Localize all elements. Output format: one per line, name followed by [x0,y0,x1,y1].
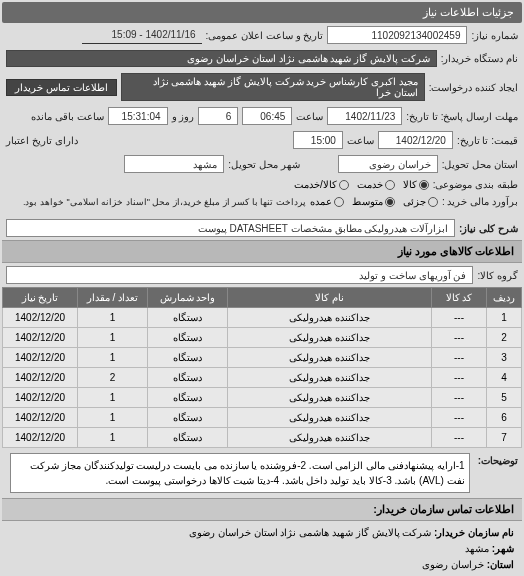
table-cell: 3 [487,348,522,368]
radio-icon [419,180,429,190]
table-cell: 2 [487,328,522,348]
table-row: 2---جداکننده هیدرولیکیدستگاه11402/12/20 [3,328,522,348]
deadline-days: 6 [198,107,238,125]
row-buyer-org: نام دستگاه خریدار: شرکت پالایش گاز شهید … [2,47,522,70]
row-location: استان محل تحویل: خراسان رضوی شهر محل تحو… [2,152,522,176]
table-cell: 1402/12/20 [3,348,78,368]
table-cell: جداکننده هیدرولیکی [228,308,432,328]
table-cell: 1 [78,328,148,348]
deadline-time: 06:45 [242,107,292,125]
notes-text: 1-ارایه پیشنهادفنی مالی الزامی است. 2-فر… [10,453,470,493]
table-cell: 6 [487,408,522,428]
budget-scale-group: کالا خدمت کالا/خدمت [294,179,429,190]
table-cell: --- [432,368,487,388]
deadline-days-label: روز و [172,111,195,122]
th-row: ردیف [487,288,522,308]
items-table-header-row: ردیف کد کالا نام کالا واحد شمارش تعداد /… [3,288,522,308]
contact-city: مشهد [465,543,489,554]
table-cell: 1 [78,408,148,428]
table-cell: --- [432,328,487,348]
price-time-label: ساعت [347,135,374,146]
buyer-org-value: شرکت پالایش گاز شهید هاشمی نژاد استان خر… [6,50,437,67]
th-name: نام کالا [228,288,432,308]
table-cell: --- [432,408,487,428]
province-value: خراسان رضوی [338,155,438,173]
row-item-group: گروه کالا: فن آوریهای ساخت و تولید [2,263,522,287]
table-cell: 7 [487,428,522,448]
table-cell: جداکننده هیدرولیکی [228,388,432,408]
table-cell: جداکننده هیدرولیکی [228,428,432,448]
row-deadline: مهلت ارسال پاسخ: تا تاریخ: 1402/11/23 سا… [2,104,522,128]
table-cell: دستگاه [148,408,228,428]
table-cell: --- [432,348,487,368]
radio-icon [334,197,344,207]
table-row: 4---جداکننده هیدرولیکیدستگاه21402/12/20 [3,368,522,388]
announce-date-value: 1402/11/16 - 15:09 [82,26,202,44]
table-cell: 1402/12/20 [3,388,78,408]
table-row: 3---جداکننده هیدرولیکیدستگاه11402/12/20 [3,348,522,368]
budget-scale-label: طبقه بندی موضوعی: [433,179,518,190]
price-label: قیمت: تا تاریخ: [457,135,518,146]
subject-value: ابزارآلات هیدرولیکی مطابق مشخصات DATASHE… [6,219,455,237]
table-cell: 1 [78,308,148,328]
th-date: تاریخ نیاز [3,288,78,308]
table-cell: دستگاه [148,388,228,408]
panel-header: جزئیات اطلاعات نیاز [2,2,522,23]
purchase-scale-note: پرداخت تنها با کسر از مبلغ خرید،از محل "… [23,197,306,207]
item-group-label: گروه کالا: [477,270,518,281]
item-group-value: فن آوریهای ساخت و تولید [6,266,473,284]
radio-icon [385,180,395,190]
table-row: 7---جداکننده هیدرولیکیدستگاه11402/12/20 [3,428,522,448]
purchase-scale-group: جزئی متوسط عمده [310,196,438,207]
province-label: استان محل تحویل: [442,159,518,170]
table-cell: جداکننده هیدرولیکی [228,328,432,348]
radio-icon [428,197,438,207]
th-code: کد کالا [432,288,487,308]
deadline-remaining: 15:31:04 [108,107,168,125]
table-cell: دستگاه [148,348,228,368]
table-cell: 1402/12/20 [3,368,78,388]
deadline-time-label: ساعت [296,111,323,122]
table-cell: دستگاه [148,328,228,348]
row-notes: توضیحات: 1-ارایه پیشنهادفنی مالی الزامی … [2,448,522,498]
items-section-title: اطلاعات کالاهای مورد نیاز [2,240,522,263]
table-cell: --- [432,388,487,408]
request-number-value: 1102092134002459 [327,26,467,44]
table-row: 6---جداکننده هیدرولیکیدستگاه11402/12/20 [3,408,522,428]
deadline-label: مهلت ارسال پاسخ: تا تاریخ: [406,111,518,122]
buyer-contact-button[interactable]: اطلاعات تماس خریدار [6,79,117,96]
table-cell: --- [432,308,487,328]
budget-option-service[interactable]: خدمت [357,179,395,190]
table-cell: دستگاه [148,368,228,388]
budget-option-goods[interactable]: کالا [403,179,429,190]
contact-province-label: استان: [487,559,514,570]
table-cell: 1 [78,348,148,368]
table-row: 5---جداکننده هیدرولیکیدستگاه11402/12/20 [3,388,522,408]
row-request-number: شماره نیاز: 1102092134002459 تاریخ و ساع… [2,23,522,47]
table-cell: دستگاه [148,308,228,328]
purchase-option-medium[interactable]: متوسط [352,196,395,207]
contact-city-label: شهر: [492,543,514,554]
city-label: شهر محل تحویل: [228,159,299,170]
items-table: ردیف کد کالا نام کالا واحد شمارش تعداد /… [2,287,522,448]
creator-value: مجید اکبری کارشناس خرید شرکت پالایش گاز … [121,73,425,101]
radio-icon [339,180,349,190]
contact-section-title: اطلاعات تماس سازمان خریدار: [2,498,522,521]
request-number-label: شماره نیاز: [471,30,518,41]
row-subject: شرح کلی نیاز: ابزارآلات هیدرولیکی مطابق … [2,216,522,240]
budget-option-both[interactable]: کالا/خدمت [294,179,349,190]
table-cell: 5 [487,388,522,408]
table-cell: دستگاه [148,428,228,448]
contact-section: نام سازمان خریدار: شرکت پالایش گاز شهید … [2,521,522,576]
purchase-option-major[interactable]: عمده [310,196,344,207]
creator-label: ایجاد کننده درخواست: [429,82,518,93]
notes-label: توضیحات: [478,451,518,466]
th-unit: واحد شمارش [148,288,228,308]
table-cell: جداکننده هیدرولیکی [228,348,432,368]
table-cell: --- [432,428,487,448]
purchase-option-minor[interactable]: جزئی [403,196,438,207]
table-cell: 1402/12/20 [3,328,78,348]
contact-province: خراسان رضوی [422,559,484,570]
table-cell: جداکننده هیدرولیکی [228,368,432,388]
deadline-remaining-label: ساعت باقی مانده [31,111,104,122]
